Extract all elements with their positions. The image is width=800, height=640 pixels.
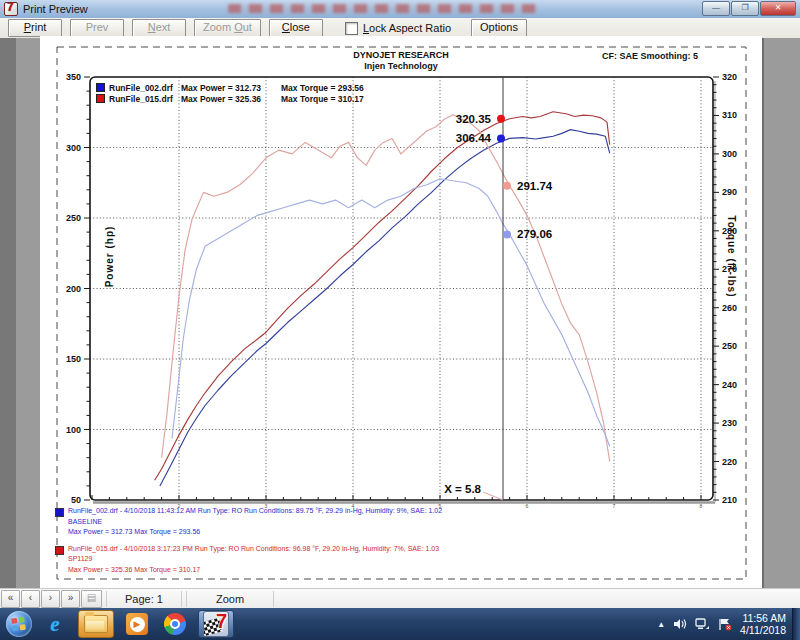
options-button[interactable]: Options [471,19,527,37]
legend-row: RunFile_015.drf Max Power = 325.36 Max T… [96,93,364,104]
svg-text:150: 150 [66,354,81,364]
desktop: 7 Print Preview — ❐ ✕ Print Prev Next Zo… [0,0,800,640]
svg-text:7: 7 [613,503,616,509]
close-window-button[interactable]: ✕ [760,1,796,16]
svg-text:300: 300 [66,143,81,153]
legend-row: RunFile_002.drf Max Power = 312.73 Max T… [96,82,364,93]
cursor-value-markers: X = 5.8320.35306.44291.74279.06 [444,113,553,500]
preview-left-strip [0,38,16,588]
legend-swatch-blue [96,83,105,92]
first-page-button[interactable]: « [1,590,20,608]
svg-text:X = 5.8: X = 5.8 [444,483,481,495]
page-layout-button[interactable]: ▤ [81,590,102,608]
print-page: DYNOJET RESEARCH Injen Technology CF: SA… [40,36,762,588]
footnote-run002: RunFile_002.drf - 4/10/2018 11:43:12 AM … [55,506,442,538]
footnote-swatch-red [55,546,64,555]
gridlines [90,77,713,500]
action-center-flag-icon[interactable] [718,618,732,631]
restore-button[interactable]: ❐ [731,1,759,16]
svg-text:6: 6 [526,503,529,509]
start-button[interactable] [6,611,32,637]
volume-icon[interactable] [673,618,687,630]
svg-text:200: 200 [66,284,81,294]
chrome-icon [164,613,186,635]
chart-legend: RunFile_002.drf Max Power = 312.73 Max T… [96,82,364,104]
zoom-indicator: Zoom [186,591,274,607]
taskbar-item-explorer[interactable] [78,610,114,638]
taskbar-item-media-player[interactable]: ▶ [122,611,152,637]
svg-text:291.74: 291.74 [517,180,553,192]
close-button[interactable]: Close [269,19,323,37]
run-footnotes: RunFile_002.drf - 4/10/2018 11:43:12 AM … [55,506,442,581]
taskbar-item-internet-explorer[interactable]: e [40,611,70,637]
lock-aspect-ratio-control: Lock Aspect Ratio [345,22,451,35]
svg-text:320.35: 320.35 [456,113,492,125]
torque-axis-title: Torque (ft-lbs) [726,202,737,312]
svg-text:306.44: 306.44 [456,132,492,144]
svg-text:230: 230 [722,418,737,428]
svg-text:220: 220 [722,457,737,467]
minimize-button[interactable]: — [702,1,730,16]
svg-text:100: 100 [66,425,81,435]
system-tray: ▲ 11:56 AM 4/11/2018 [657,608,800,640]
plot-frame [90,77,713,500]
show-desktop-button[interactable] [792,608,800,640]
lock-aspect-ratio-checkbox[interactable] [345,22,358,35]
taskbar: e ▶ 7 ▲ 11:56 AM 4/11/2018 [0,608,800,640]
next-button[interactable]: Next [132,19,186,37]
lock-aspect-ratio-label: Lock Aspect Ratio [363,22,451,34]
clock-date: 4/11/2018 [740,624,786,636]
svg-text:250: 250 [66,213,81,223]
svg-text:300: 300 [722,149,737,159]
windows-flag-icon [6,611,32,637]
svg-text:210: 210 [722,495,737,505]
page-indicator: Page: 1 [106,591,182,607]
print-button[interactable]: Print [8,19,62,37]
svg-text:50: 50 [71,495,81,505]
svg-text:240: 240 [722,380,737,390]
next-page-button[interactable]: › [41,590,60,608]
internet-explorer-icon: e [50,612,59,637]
svg-text:320: 320 [722,72,737,82]
svg-text:250: 250 [722,341,737,351]
svg-text:350: 350 [66,72,81,82]
window-titlebar: 7 Print Preview — ❐ ✕ [0,0,800,19]
svg-text:310: 310 [722,110,737,120]
dynojet-icon: 7 [203,611,229,637]
prev-button[interactable]: Prev [70,19,124,37]
app-icon: 7 [4,2,18,16]
svg-text:279.06: 279.06 [517,228,552,240]
clock-time: 11:56 AM [740,612,786,624]
hidden-icons-button[interactable]: ▲ [657,620,665,629]
footnote-swatch-blue [55,508,64,517]
axis-tick-labels: 5010015020025030035021022023024025026027… [66,72,737,509]
taskbar-item-chrome[interactable] [160,611,190,637]
media-player-icon: ▶ [126,613,148,635]
last-page-button[interactable]: » [61,590,80,608]
prev-page-button[interactable]: ‹ [21,590,40,608]
footnote-run015: RunFile_015.drf - 4/10/2018 3:17:23 PM R… [55,544,442,576]
titlebar-filepath-smudge [228,4,538,13]
legend-swatch-red [96,94,105,103]
window-controls: — ❐ ✕ [701,1,796,16]
taskbar-item-dynojet[interactable]: 7 [198,610,234,638]
svg-text:290: 290 [722,187,737,197]
power-axis-title: Power (hp) [104,202,115,312]
taskbar-clock[interactable]: 11:56 AM 4/11/2018 [740,612,786,636]
folder-icon [84,615,108,633]
statusbar: « ‹ › » ▤ Page: 1 Zoom [0,588,800,609]
zoom-out-button[interactable]: Zoom Out [194,19,261,37]
window-title: Print Preview [23,3,88,15]
network-icon[interactable] [695,618,710,630]
svg-text:8: 8 [700,503,703,509]
